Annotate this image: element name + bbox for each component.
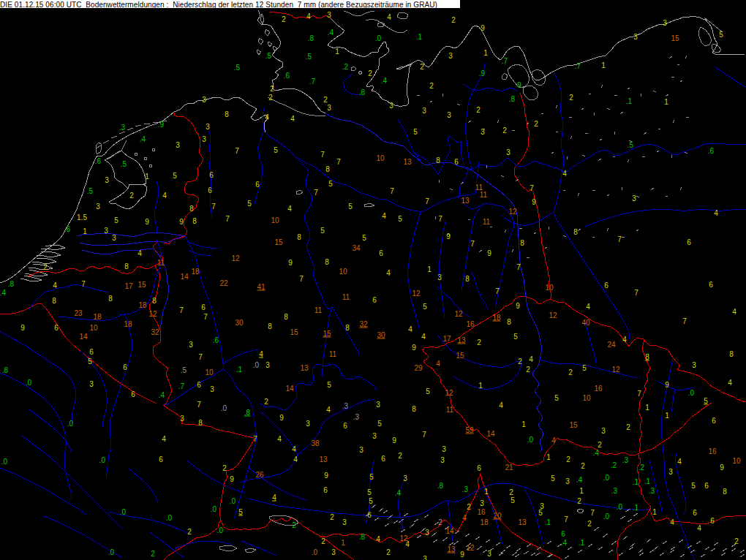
svg-text:4: 4 bbox=[292, 445, 296, 453]
svg-text:8: 8 bbox=[729, 350, 734, 358]
svg-text:3: 3 bbox=[601, 427, 606, 435]
svg-text:1: 1 bbox=[546, 453, 551, 461]
svg-text:9: 9 bbox=[532, 198, 536, 206]
svg-text:.5: .5 bbox=[121, 160, 127, 168]
svg-text:8: 8 bbox=[284, 313, 288, 321]
svg-text:4: 4 bbox=[162, 192, 167, 200]
svg-text:1: 1 bbox=[484, 488, 489, 496]
svg-text:3: 3 bbox=[189, 341, 193, 349]
svg-text:.3: .3 bbox=[119, 124, 126, 132]
svg-text:4: 4 bbox=[697, 524, 701, 532]
svg-text:.6: .6 bbox=[64, 225, 71, 233]
svg-text:8: 8 bbox=[412, 405, 416, 413]
svg-text:9: 9 bbox=[412, 344, 416, 352]
svg-text:5: 5 bbox=[88, 357, 92, 366]
svg-text:14: 14 bbox=[79, 333, 88, 341]
svg-text:5: 5 bbox=[247, 200, 252, 208]
svg-text:22: 22 bbox=[219, 279, 228, 287]
svg-text:6: 6 bbox=[712, 417, 716, 425]
svg-text:12: 12 bbox=[445, 389, 453, 397]
svg-text:11: 11 bbox=[446, 406, 454, 414]
svg-text:4: 4 bbox=[272, 493, 276, 502]
svg-text:13: 13 bbox=[457, 336, 466, 344]
svg-text:.1: .1 bbox=[236, 366, 243, 374]
svg-text:3: 3 bbox=[89, 380, 94, 388]
svg-text:7: 7 bbox=[211, 203, 216, 211]
svg-text:1: 1 bbox=[665, 412, 669, 420]
svg-text:32: 32 bbox=[359, 320, 368, 328]
svg-text:.4: .4 bbox=[159, 391, 165, 399]
svg-text:18: 18 bbox=[492, 314, 501, 322]
svg-text:14: 14 bbox=[486, 430, 495, 438]
svg-text:6: 6 bbox=[159, 455, 163, 463]
svg-text:13: 13 bbox=[300, 364, 309, 372]
svg-text:2: 2 bbox=[568, 368, 573, 377]
svg-text:16: 16 bbox=[466, 320, 475, 328]
svg-text:8: 8 bbox=[325, 258, 329, 266]
svg-text:11: 11 bbox=[157, 259, 165, 267]
svg-text:18: 18 bbox=[191, 268, 200, 276]
svg-text:4: 4 bbox=[259, 350, 263, 358]
svg-text:8: 8 bbox=[198, 419, 203, 427]
svg-text:5: 5 bbox=[398, 215, 402, 223]
svg-text:2: 2 bbox=[734, 537, 739, 545]
svg-text:2: 2 bbox=[502, 126, 507, 135]
svg-text:6: 6 bbox=[709, 281, 713, 289]
svg-text:4: 4 bbox=[499, 401, 503, 409]
svg-text:10: 10 bbox=[89, 324, 98, 332]
svg-text:4: 4 bbox=[306, 12, 311, 20]
svg-text:2: 2 bbox=[43, 263, 48, 271]
svg-text:4: 4 bbox=[293, 455, 298, 463]
svg-text:26: 26 bbox=[255, 471, 264, 479]
svg-text:4: 4 bbox=[586, 303, 590, 311]
svg-text:5: 5 bbox=[691, 482, 696, 490]
svg-text:59: 59 bbox=[465, 426, 474, 434]
svg-text:1: 1 bbox=[478, 382, 483, 390]
svg-text:9: 9 bbox=[720, 463, 724, 472]
svg-text:4: 4 bbox=[408, 325, 412, 333]
svg-text:8: 8 bbox=[436, 156, 440, 164]
svg-text:8: 8 bbox=[345, 324, 350, 332]
svg-text:3: 3 bbox=[265, 361, 270, 369]
svg-text:.5: .5 bbox=[306, 53, 312, 61]
svg-text:6: 6 bbox=[208, 186, 212, 194]
svg-text:9: 9 bbox=[392, 436, 396, 444]
svg-text:7: 7 bbox=[422, 431, 426, 439]
svg-text:.8: .8 bbox=[359, 88, 366, 97]
svg-text:.7: .7 bbox=[502, 57, 508, 65]
svg-text:2: 2 bbox=[581, 462, 585, 470]
svg-text:9: 9 bbox=[517, 81, 521, 89]
svg-text:.1: .1 bbox=[416, 33, 423, 41]
svg-text:4: 4 bbox=[277, 435, 282, 443]
svg-text:13: 13 bbox=[461, 197, 470, 205]
svg-text:14: 14 bbox=[285, 385, 294, 393]
svg-text:18: 18 bbox=[138, 301, 147, 309]
svg-text:2: 2 bbox=[368, 69, 372, 77]
svg-text:9: 9 bbox=[145, 218, 149, 226]
svg-text:14: 14 bbox=[445, 527, 454, 535]
svg-text:.4: .4 bbox=[328, 29, 334, 37]
svg-text:1: 1 bbox=[427, 265, 432, 273]
svg-text:.0: .0 bbox=[217, 526, 224, 534]
svg-text:3: 3 bbox=[105, 176, 109, 184]
svg-text:.5: .5 bbox=[87, 187, 94, 195]
svg-text:7: 7 bbox=[198, 353, 203, 361]
svg-text:7: 7 bbox=[390, 187, 394, 195]
svg-text:.0: .0 bbox=[375, 34, 382, 42]
svg-text:5: 5 bbox=[426, 387, 430, 396]
svg-text:.8: .8 bbox=[308, 34, 314, 42]
svg-text:4: 4 bbox=[714, 209, 718, 217]
svg-text:7: 7 bbox=[590, 509, 595, 517]
svg-text:11: 11 bbox=[342, 293, 350, 301]
svg-text:4: 4 bbox=[732, 308, 736, 316]
svg-text:7: 7 bbox=[314, 189, 318, 197]
svg-text:.2: .2 bbox=[342, 63, 349, 71]
svg-text:4: 4 bbox=[382, 212, 386, 220]
svg-text:3: 3 bbox=[448, 52, 453, 60]
svg-text:11: 11 bbox=[483, 218, 491, 226]
svg-text:4: 4 bbox=[562, 170, 567, 178]
svg-text:3: 3 bbox=[389, 102, 393, 110]
svg-text:7: 7 bbox=[425, 197, 429, 205]
svg-text:11: 11 bbox=[329, 350, 337, 358]
svg-text:2: 2 bbox=[518, 357, 522, 366]
